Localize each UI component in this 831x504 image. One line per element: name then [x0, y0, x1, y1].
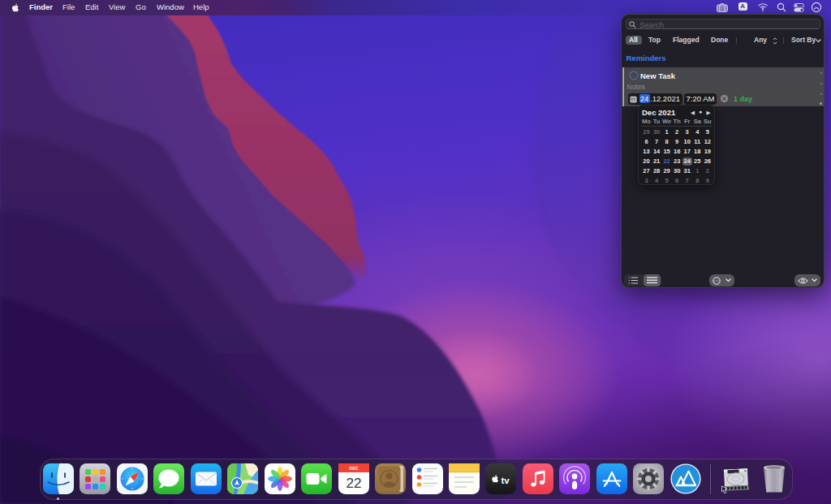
svg-text:tv: tv — [502, 476, 510, 485]
svg-text:22: 22 — [346, 476, 361, 491]
svg-text:DEC: DEC — [349, 466, 359, 471]
